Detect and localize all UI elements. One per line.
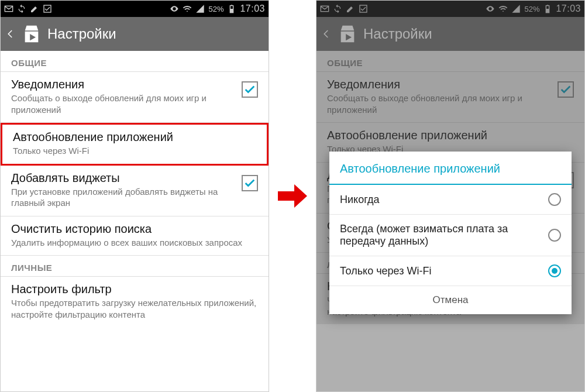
phone-screen-left: 52% 17:03 Настройки ОБЩИЕ Уведомления Со… bbox=[0, 0, 269, 392]
setting-widgets[interactable]: Добавлять виджеты При установке приложен… bbox=[1, 166, 269, 216]
status-bar: 52% 17:03 bbox=[316, 1, 584, 17]
battery-percent: 52% bbox=[524, 5, 539, 13]
radio-checked[interactable] bbox=[548, 264, 561, 277]
dialog-option-wifi[interactable]: Только через Wi-Fi bbox=[329, 256, 572, 286]
setting-title: Настроить фильтр bbox=[11, 283, 258, 296]
battery-icon bbox=[543, 4, 552, 13]
sync-icon bbox=[333, 4, 342, 13]
setting-autoupdate[interactable]: Автообновление приложений Только через W… bbox=[1, 123, 269, 166]
section-general: ОБЩИЕ bbox=[316, 51, 584, 72]
back-icon[interactable] bbox=[5, 26, 16, 42]
signal-icon bbox=[195, 4, 205, 13]
edit-icon bbox=[346, 4, 355, 13]
checkbox-checked[interactable] bbox=[242, 81, 258, 98]
transition-arrow bbox=[269, 0, 316, 392]
signal-icon bbox=[511, 4, 521, 13]
setting-notifications: Уведомления Сообщать о выходе обновлений… bbox=[316, 72, 584, 123]
action-bar: Настройки bbox=[316, 17, 584, 51]
play-store-icon bbox=[338, 24, 357, 44]
sync-icon bbox=[17, 4, 26, 13]
setting-title: Уведомления bbox=[11, 78, 235, 91]
clock: 17:03 bbox=[240, 4, 265, 14]
setting-title: Добавлять виджеты bbox=[11, 171, 235, 185]
svg-rect-6 bbox=[360, 5, 367, 12]
dialog-title: Автообновление приложений bbox=[329, 152, 572, 185]
setting-title: Уведомления bbox=[327, 78, 550, 91]
option-label: Только через Wi-Fi bbox=[340, 265, 431, 277]
wifi-icon bbox=[183, 4, 192, 13]
checkbox-icon bbox=[43, 4, 52, 13]
play-store-icon bbox=[22, 24, 42, 44]
checkbox-checked[interactable] bbox=[242, 175, 258, 191]
setting-subtitle: Сообщать о выходе обновлений для моих иг… bbox=[11, 92, 235, 115]
svg-rect-8 bbox=[547, 5, 549, 5]
battery-icon bbox=[227, 4, 236, 13]
back-icon[interactable] bbox=[321, 26, 332, 42]
settings-list: ОБЩИЕ Уведомления Сообщать о выходе обно… bbox=[1, 51, 269, 327]
svg-rect-4 bbox=[230, 9, 233, 12]
battery-percent: 52% bbox=[208, 5, 223, 13]
setting-title: Автообновление приложений bbox=[13, 130, 173, 144]
section-general: ОБЩИЕ bbox=[1, 51, 269, 72]
checkbox-checked bbox=[558, 81, 574, 98]
setting-subtitle: Сообщать о выходе обновлений для моих иг… bbox=[327, 92, 550, 115]
radio-unchecked[interactable] bbox=[548, 193, 561, 206]
edit-icon bbox=[30, 4, 39, 13]
setting-title: Очистить историю поиска bbox=[11, 222, 242, 236]
status-bar: 52% 17:03 bbox=[1, 1, 269, 17]
setting-subtitle: При установке приложений добавлять видже… bbox=[11, 186, 235, 209]
clock: 17:03 bbox=[556, 4, 581, 14]
mail-icon bbox=[320, 4, 329, 13]
setting-notifications[interactable]: Уведомления Сообщать о выходе обновлений… bbox=[1, 72, 269, 123]
setting-subtitle: Удалить информацию о всех ваших поисковы… bbox=[11, 237, 242, 249]
setting-clear-history[interactable]: Очистить историю поиска Удалить информац… bbox=[1, 216, 269, 256]
wifi-icon bbox=[498, 4, 508, 13]
svg-rect-3 bbox=[231, 5, 233, 5]
mail-icon bbox=[4, 4, 13, 13]
autoupdate-dialog: Автообновление приложений Никогда Всегда… bbox=[329, 152, 572, 314]
radio-unchecked[interactable] bbox=[548, 229, 561, 242]
svg-rect-1 bbox=[44, 5, 51, 12]
page-title: Настройки bbox=[363, 26, 432, 42]
phone-screen-right: 52% 17:03 Настройки ОБЩИЕ Уведомления Со… bbox=[316, 0, 585, 392]
setting-subtitle: Чтобы предотвратить загрузку нежелательн… bbox=[11, 297, 258, 320]
page-title: Настройки bbox=[47, 26, 116, 42]
eye-icon bbox=[170, 4, 179, 13]
arrow-right-icon bbox=[275, 178, 310, 214]
dialog-option-always[interactable]: Всегда (может взиматься плата за передач… bbox=[329, 215, 572, 256]
setting-filter[interactable]: Настроить фильтр Чтобы предотвратить заг… bbox=[1, 277, 269, 327]
svg-rect-9 bbox=[546, 9, 549, 12]
section-personal: ЛИЧНЫЕ bbox=[1, 256, 269, 277]
action-bar: Настройки bbox=[1, 17, 269, 51]
eye-icon bbox=[486, 4, 495, 13]
checkbox-icon bbox=[359, 4, 368, 13]
setting-title: Автообновление приложений bbox=[327, 129, 487, 142]
option-label: Всегда (может взиматься плата за передач… bbox=[340, 223, 541, 247]
dialog-cancel-button[interactable]: Отмена bbox=[329, 286, 572, 314]
dialog-option-never[interactable]: Никогда bbox=[329, 185, 572, 215]
setting-subtitle: Только через Wi-Fi bbox=[13, 145, 173, 157]
option-label: Никогда bbox=[340, 194, 379, 206]
